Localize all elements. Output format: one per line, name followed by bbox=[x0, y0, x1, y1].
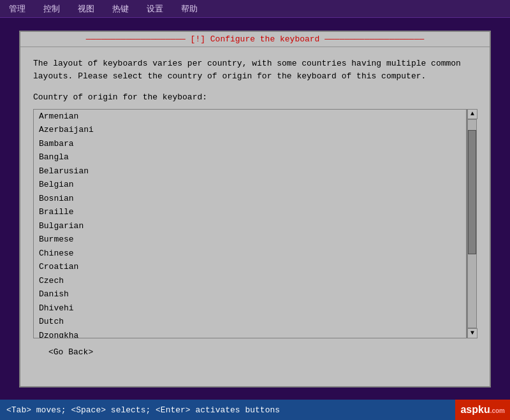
description-line1: The layout of keyboards varies per count… bbox=[33, 57, 477, 71]
language-list-box[interactable]: ArmenianAzerbaijaniBambaraBanglaBelarusi… bbox=[33, 109, 467, 338]
dialog-box: ———————————————————— [!] Configure the k… bbox=[19, 31, 491, 387]
menu-help[interactable]: 帮助 bbox=[177, 2, 201, 16]
menu-hotkey[interactable]: 热键 bbox=[108, 2, 133, 16]
menu-control[interactable]: 控制 bbox=[40, 2, 64, 16]
language-list-container: ArmenianAzerbaijaniBambaraBanglaBelarusi… bbox=[33, 109, 477, 338]
list-item[interactable]: Croatian bbox=[34, 260, 466, 274]
menu-view[interactable]: 视图 bbox=[74, 2, 98, 16]
list-item[interactable]: Chinese bbox=[34, 247, 466, 261]
buttons-area: <Go Back> bbox=[33, 341, 477, 363]
list-item[interactable]: Bulgarian bbox=[34, 219, 466, 233]
statusbar-text: <Tab> moves; <Space> selects; <Enter> ac… bbox=[6, 405, 504, 415]
list-item[interactable]: Armenian bbox=[34, 110, 466, 124]
list-item[interactable]: Bambara bbox=[34, 137, 466, 151]
dialog-description: The layout of keyboards varies per count… bbox=[33, 57, 477, 84]
list-item[interactable]: Bosnian bbox=[34, 192, 466, 206]
keyboard-origin-label: Country of origin for the keyboard: bbox=[33, 91, 477, 104]
statusbar: <Tab> moves; <Space> selects; <Enter> ac… bbox=[0, 400, 510, 420]
watermark-brand: aspku.com bbox=[460, 404, 505, 416]
list-item[interactable]: Dzongkha bbox=[34, 329, 466, 338]
main-area: ———————————————————— [!] Configure the k… bbox=[0, 18, 510, 400]
scrollbar-thumb[interactable] bbox=[468, 130, 476, 255]
list-item[interactable]: Dutch bbox=[34, 315, 466, 329]
list-item[interactable]: Czech bbox=[34, 274, 466, 288]
list-item[interactable]: Danish bbox=[34, 287, 466, 301]
language-list: ArmenianAzerbaijaniBambaraBanglaBelarusi… bbox=[34, 110, 466, 338]
description-line2: layouts. Please select the country of or… bbox=[33, 70, 477, 83]
scrollbar[interactable]: ▲ ▼ bbox=[467, 109, 477, 338]
list-item[interactable]: Burmese bbox=[34, 233, 466, 247]
dialog-title-text: ———————————————————— [!] Configure the k… bbox=[86, 34, 425, 44]
list-item[interactable]: Belgian bbox=[34, 178, 466, 192]
menubar: 管理 控制 视图 热键 设置 帮助 bbox=[0, 0, 510, 18]
scroll-up-arrow[interactable]: ▲ bbox=[467, 109, 477, 119]
scroll-down-arrow[interactable]: ▼ bbox=[467, 328, 477, 338]
scrollbar-track[interactable] bbox=[467, 119, 477, 328]
dialog-title-bar: ———————————————————— [!] Configure the k… bbox=[20, 32, 490, 47]
menu-manage[interactable]: 管理 bbox=[5, 2, 29, 16]
list-item[interactable]: Belarusian bbox=[34, 164, 466, 178]
go-back-button[interactable]: <Go Back> bbox=[43, 346, 98, 358]
list-item[interactable]: Bangla bbox=[34, 150, 466, 164]
dialog-body: The layout of keyboards varies per count… bbox=[20, 47, 490, 373]
list-item[interactable]: Azerbaijani bbox=[34, 123, 466, 137]
menu-settings[interactable]: 设置 bbox=[143, 2, 167, 16]
list-item[interactable]: Braille bbox=[34, 205, 466, 219]
watermark: aspku.com bbox=[455, 400, 510, 420]
list-item[interactable]: Dhivehi bbox=[34, 301, 466, 315]
